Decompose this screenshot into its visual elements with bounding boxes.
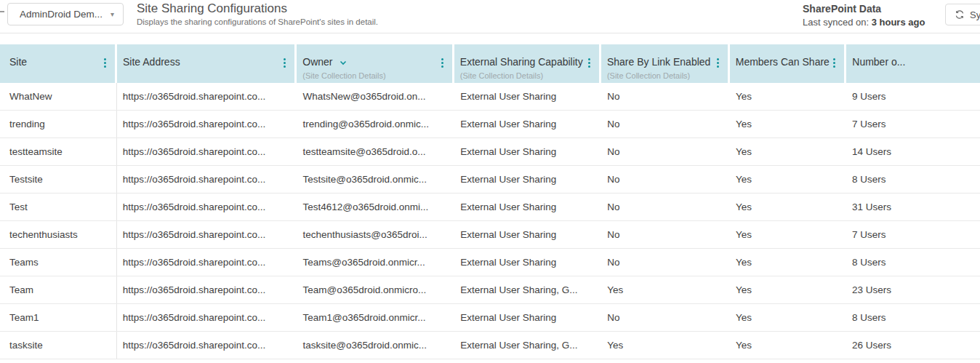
cell-site: Team1	[0, 304, 117, 331]
table-row[interactable]: testteamsitehttps://o365droid.sharepoint…	[0, 138, 980, 166]
table-row[interactable]: Teamshttps://o365droid.sharepoint.co...T…	[0, 249, 980, 276]
cell-members-can-share: Yes	[730, 332, 846, 359]
cell-share-by-link-enabled: No	[601, 111, 730, 137]
column-header-label: Number o...	[852, 56, 905, 68]
cell-number-o: 7 Users	[846, 111, 980, 137]
cell-site-address: https://o365droid.sharepoint.co...	[117, 83, 297, 110]
sites-table: SiteSite AddressOwner(Site Collection De…	[0, 44, 980, 359]
cell-site: Test	[0, 194, 117, 220]
cell-share-by-link-enabled: No	[601, 249, 730, 276]
cell-external-sharing-capability: External User Sharing	[454, 221, 601, 248]
cell-owner: techenthusiasts@o365droi...	[297, 221, 454, 248]
cell-members-can-share: Yes	[730, 83, 846, 110]
table-row[interactable]: Teamhttps://o365droid.sharepoint.co...Te…	[0, 276, 980, 304]
page-header: Site Sharing Configurations Displays the…	[137, 1, 378, 26]
table-row[interactable]: tasksitehttps://o365droid.sharepoint.co.…	[0, 332, 980, 359]
cell-site: testteamsite	[0, 138, 117, 165]
data-source-name: SharePoint Data	[803, 2, 925, 15]
cell-number-o: 26 Users	[846, 332, 980, 359]
table-body: WhatNewhttps://o365droid.sharepoint.co..…	[0, 83, 980, 359]
cell-owner: Teams@o365droid.onmicr...	[297, 249, 454, 276]
cell-share-by-link-enabled: Yes	[601, 332, 730, 359]
table-row[interactable]: trendinghttps://o365droid.sharepoint.co.…	[0, 111, 980, 138]
cell-number-o: 7 Users	[846, 221, 980, 248]
column-header-label: External Sharing Capability	[460, 56, 583, 68]
cell-site-address: https://o365droid.sharepoint.co...	[117, 111, 297, 137]
cell-external-sharing-capability: External User Sharing	[454, 166, 601, 193]
tenant-dropdown[interactable]: AdminDroid Dem... ▾	[7, 3, 124, 25]
cell-members-can-share: Yes	[730, 304, 846, 331]
cell-external-sharing-capability: External User Sharing	[454, 138, 601, 165]
cell-number-o: 23 Users	[846, 276, 980, 303]
cell-site: techenthusiasts	[0, 221, 117, 248]
cell-owner: Testsite@o365droid.onmic...	[297, 166, 454, 193]
column-menu-icon[interactable]	[587, 57, 592, 69]
cell-share-by-link-enabled: Yes	[601, 276, 730, 303]
column-header-site-address[interactable]: Site Address	[117, 44, 294, 83]
chevron-down-icon: ▾	[111, 10, 114, 18]
column-menu-icon[interactable]	[103, 57, 108, 69]
data-source-info: SharePoint Data Last synced on: 3 hours …	[803, 2, 925, 29]
cell-members-can-share: Yes	[730, 166, 846, 193]
cell-number-o: 14 Users	[846, 138, 980, 165]
cell-share-by-link-enabled: No	[601, 304, 730, 331]
column-header-site[interactable]: Site	[0, 44, 115, 83]
column-header-number-o[interactable]: Number o...	[846, 44, 980, 83]
cell-site: trending	[0, 111, 117, 137]
cell-owner: tasksite@o365droid.onmic...	[297, 332, 454, 359]
cell-share-by-link-enabled: No	[601, 138, 730, 165]
cell-external-sharing-capability: External User Sharing, G...	[454, 276, 601, 303]
page-subtitle: Displays the sharing configurations of S…	[137, 17, 378, 26]
sync-button[interactable]: Sync	[945, 4, 980, 25]
table-row[interactable]: techenthusiastshttps://o365droid.sharepo…	[0, 221, 980, 249]
column-menu-icon[interactable]	[440, 57, 445, 69]
table-row[interactable]: WhatNewhttps://o365droid.sharepoint.co..…	[0, 83, 980, 111]
cell-site-address: https://o365droid.sharepoint.co...	[117, 194, 297, 220]
cell-members-can-share: Yes	[730, 194, 846, 220]
cell-site: Teams	[0, 249, 117, 276]
table-header-row: SiteSite AddressOwner(Site Collection De…	[0, 44, 980, 83]
partial-caret-icon	[0, 11, 4, 12]
cell-site: Testsite	[0, 166, 117, 193]
column-header-label: Owner	[302, 56, 332, 68]
cell-external-sharing-capability: External User Sharing	[454, 111, 601, 137]
sync-button-label: Sync	[970, 9, 980, 20]
column-menu-icon[interactable]	[715, 57, 720, 69]
column-header-owner[interactable]: Owner(Site Collection Details)	[297, 44, 452, 83]
column-header-external-sharing-capability[interactable]: External Sharing Capability(Site Collect…	[454, 44, 599, 83]
cell-owner: Team1@o365droid.onmicr...	[297, 304, 454, 331]
table-row[interactable]: Team1https://o365droid.sharepoint.co...T…	[0, 304, 980, 332]
cell-number-o: 8 Users	[846, 166, 980, 193]
cell-external-sharing-capability: External User Sharing	[454, 304, 601, 331]
table-row[interactable]: Testsitehttps://o365droid.sharepoint.co.…	[0, 166, 980, 194]
cell-number-o: 8 Users	[846, 249, 980, 276]
cell-site-address: https://o365droid.sharepoint.co...	[117, 276, 297, 303]
cell-members-can-share: Yes	[730, 276, 846, 303]
cell-members-can-share: Yes	[730, 111, 846, 137]
cell-site-address: https://o365droid.sharepoint.co...	[117, 166, 297, 193]
column-header-label: Site Address	[123, 56, 180, 68]
sync-icon	[955, 9, 965, 20]
cell-share-by-link-enabled: No	[601, 166, 730, 193]
column-menu-icon[interactable]	[832, 57, 837, 69]
table-row[interactable]: Testhttps://o365droid.sharepoint.co...Te…	[0, 194, 980, 221]
cell-members-can-share: Yes	[730, 138, 846, 165]
cell-owner: Team@o365droid.onmicro...	[297, 276, 454, 303]
cell-number-o: 8 Users	[846, 304, 980, 331]
column-header-sublabel: (Site Collection Details)	[302, 71, 435, 80]
last-synced-value: 3 hours ago	[872, 17, 925, 28]
cell-number-o: 31 Users	[846, 194, 980, 220]
page-title: Site Sharing Configurations	[137, 1, 378, 17]
cell-share-by-link-enabled: No	[601, 221, 730, 248]
cell-external-sharing-capability: External User Sharing, G...	[454, 332, 601, 359]
cell-site: Team	[0, 276, 117, 303]
cell-external-sharing-capability: External User Sharing	[454, 249, 601, 276]
column-header-share-by-link-enabled[interactable]: Share By Link Enabled(Site Collection De…	[601, 44, 728, 83]
cell-external-sharing-capability: External User Sharing	[454, 83, 601, 110]
column-header-members-can-share[interactable]: Members Can Share	[730, 44, 845, 83]
last-synced-label: Last synced on:	[803, 17, 869, 28]
tenant-dropdown-label: AdminDroid Dem...	[20, 9, 103, 20]
column-menu-icon[interactable]	[282, 57, 287, 69]
cell-owner: trending@o365droid.onmic...	[297, 111, 454, 137]
column-header-sublabel: (Site Collection Details)	[607, 71, 710, 80]
